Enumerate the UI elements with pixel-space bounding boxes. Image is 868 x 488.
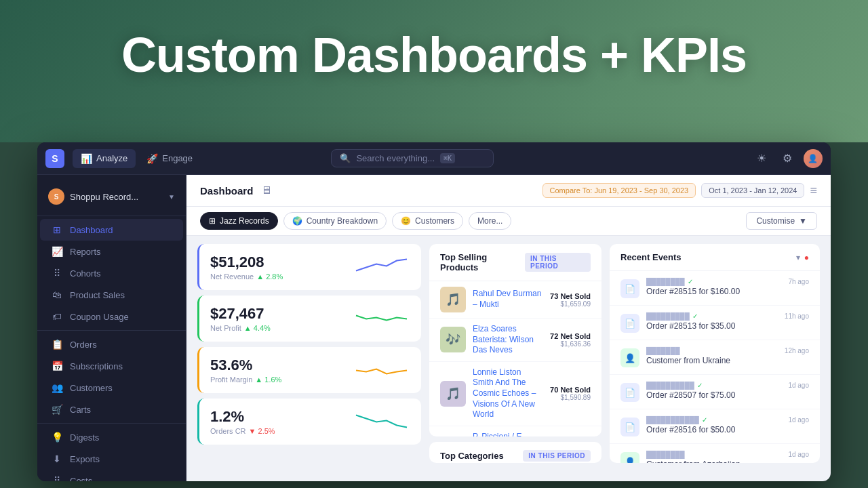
orders-cr-sparkline [356,409,410,435]
product-name-3[interactable]: P. Piccioni / E. Morricone / F. Frizzi –… [473,432,543,436]
sidebar-item-dashboard[interactable]: ⊞ Dashboard [40,219,183,241]
top-selling-period: IN THIS PERIOD [525,253,591,272]
header-menu-icon[interactable]: ≡ [810,184,817,198]
sidebar-label-exports: Exports [70,454,100,464]
sidebar-item-subscriptions[interactable]: 📅 Subscriptions [40,355,183,377]
kpi-orders-cr: 1.2% Orders CR ▼ 2.5% [197,399,421,445]
event-content-4: ███████████ ✓ Order #28516 for $50.00 [646,416,781,434]
dashboard-grid: $51,208 Net Revenue ▲ 2.8% $27,467 [186,236,831,471]
product-name-2[interactable]: Lonnie Liston Smith And The Cosmic Echoe… [473,367,543,420]
tab-customers[interactable]: 😊 Customers [392,212,463,230]
event-time-3: 1d ago [788,382,809,389]
product-thumb-2: 🎵 [440,381,466,407]
event-time-4: 1d ago [788,416,809,424]
compare-date-badge[interactable]: Compare To: Jun 19, 2023 - Sep 30, 2023 [542,183,696,198]
kpi-profit-margin: 53.6% Profit Margin ▲ 1.6% [197,347,421,393]
customers-icon: 👥 [51,382,63,393]
main-area: S Shoppu Record... ▼ ⊞ Dashboard 📈 Repor… [37,175,831,481]
tab-jazz-records[interactable]: ⊞ Jazz Records [200,212,278,230]
sidebar-label-costs: Costs [70,476,92,482]
event-icon-order-0: 📄 [620,279,639,298]
product-name-0[interactable]: Rahul Dev Burman – Mukti [473,289,543,310]
event-icon-order-1: 📄 [620,314,639,333]
workspace-header[interactable]: S Shoppu Record... ▼ [37,183,186,213]
event-desc-0: Order #28515 for $160.00 [646,287,781,296]
sidebar-item-reports[interactable]: 📈 Reports [40,241,183,262]
check-icon-1: ✓ [692,312,698,320]
search-icon: 🔍 [340,153,351,163]
content-header: Dashboard 🖥 Compare To: Jun 19, 2023 - S… [186,175,831,207]
page-title: Dashboard [200,185,253,197]
nav-tab-analyze[interactable]: 📊 Analyze [73,149,136,168]
product-sold-2: 70 Net Sold [550,386,591,394]
nav-tab-engage[interactable]: 🚀 Engage [138,149,201,168]
engage-label: Engage [162,153,193,163]
sidebar-label-reports: Reports [70,247,101,257]
event-name-4: ███████████ ✓ [646,416,781,424]
kpi-net-profit: $27,467 Net Profit ▲ 4.4% [197,296,421,342]
filter-chevron-icon: ▾ [796,253,800,262]
search-bar[interactable]: 🔍 Search everything... ⌘K [331,149,494,167]
product-stats-1: 72 Net Sold $1,636.36 [550,332,591,348]
event-row-2: 👤 ███████ Customer from Ukraine 12h ago [610,340,820,375]
settings-icon[interactable]: ⚙ [778,149,797,168]
carts-icon: 🛒 [51,404,63,415]
net-profit-change: ▲ 4.4% [244,324,271,332]
event-row-5: 👤 ████████ Customer from Azerbaijan 1d a… [610,444,820,463]
app-window: S 📊 Analyze 🚀 Engage 🔍 Search everything… [37,142,831,481]
date-range-badge[interactable]: Oct 1, 2023 - Jan 12, 2024 [701,183,804,198]
product-thumb-0: 🎵 [440,287,466,312]
sidebar-item-exports[interactable]: ⬇ Exports [40,448,183,470]
event-row-1: 📄 █████████ ✓ Order #28513 for $35.00 11… [610,306,820,340]
event-desc-5: Customer from Azerbaijan [646,460,781,463]
analyze-icon: 📊 [81,153,92,164]
product-name-1[interactable]: Elza Soares Baterista: Wilson Das Neves [473,324,543,356]
events-alert-icon: ● [804,253,809,262]
customise-button[interactable]: Customise ▼ [746,212,817,230]
events-column: Recent Events ▾ ● 📄 ████████ ✓ [610,244,820,463]
top-categories-period: IN THIS PERIOD [523,450,591,462]
sidebar-item-carts[interactable]: 🛒 Carts [40,399,183,420]
orders-cr-change: ▼ 2.5% [249,427,275,435]
events-filter[interactable]: ▾ [796,253,800,262]
product-row: 🎵 Rahul Dev Burman – Mukti 73 Net Sold $… [429,281,601,319]
product-sold-1: 72 Net Sold [550,332,591,340]
logo-letter: S [52,153,58,164]
sidebar-divider-2 [37,330,186,331]
events-header: Recent Events ▾ ● [610,244,820,271]
customise-label: Customise [756,216,795,226]
more-tabs-button[interactable]: More... [469,212,511,230]
user-avatar[interactable]: 👤 [804,149,823,168]
sidebar-item-digests[interactable]: 💡 Digests [40,426,183,448]
tab-country-breakdown[interactable]: 🌍 Country Breakdown [283,212,387,230]
sidebar-item-costs[interactable]: ⠿ Costs [40,470,183,481]
event-desc-2: Customer from Ukraine [646,356,778,365]
sidebar-item-product-sales[interactable]: 🛍 Product Sales [40,284,183,306]
kpi-net-revenue: $51,208 Net Revenue ▲ 2.8% [197,244,421,290]
product-stats-0: 73 Net Sold $1,659.09 [550,292,591,308]
kpi-column: $51,208 Net Revenue ▲ 2.8% $27,467 [197,244,421,463]
sidebar-item-orders[interactable]: 📋 Orders [40,333,183,355]
hero-title: Custom Dashboards + KPIs [0,27,868,83]
product-revenue-1: $1,636.36 [550,340,591,348]
check-icon-0: ✓ [688,278,693,285]
event-desc-4: Order #28516 for $50.00 [646,425,781,434]
app-logo[interactable]: S [45,149,64,168]
top-selling-title: Top Selling Products [440,252,525,272]
workspace-name: Shoppu Record... [70,192,163,202]
sidebar-item-cohorts[interactable]: ⠿ Cohorts [40,262,183,284]
brightness-icon[interactable]: ☀ [752,149,771,168]
sidebar-label-digests: Digests [70,432,99,443]
event-content-5: ████████ Customer from Azerbaijan [646,451,781,463]
event-row-4: 📄 ███████████ ✓ Order #28516 for $50.00 … [610,409,820,444]
top-nav: S 📊 Analyze 🚀 Engage 🔍 Search everything… [37,142,831,175]
sidebar-item-customers[interactable]: 👥 Customers [40,377,183,399]
content-area: Dashboard 🖥 Compare To: Jun 19, 2023 - S… [186,175,831,481]
top-selling-card: Top Selling Products IN THIS PERIOD 🎵 Ra… [429,244,601,436]
check-icon-4: ✓ [702,416,707,424]
product-row: 🎸 P. Piccioni / E. Morricone / F. Frizzi… [429,426,601,436]
sidebar-item-coupon-usage[interactable]: 🏷 Coupon Usage [40,306,183,327]
event-icon-customer-1: 👤 [620,452,639,463]
sidebar-divider-3 [37,423,186,424]
event-content-2: ███████ Customer from Ukraine [646,347,778,365]
